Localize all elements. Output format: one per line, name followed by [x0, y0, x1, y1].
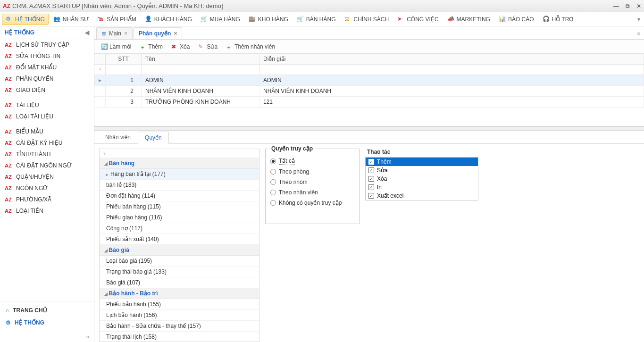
delete-button[interactable]: ✖Xóa — [168, 42, 192, 51]
sidebar-collapse-icon[interactable]: ◀ — [85, 29, 89, 36]
table-row[interactable]: ▸1ADMINADMIN — [94, 75, 644, 86]
app-logo: AZ — [3, 3, 10, 9]
access-legend: Quyền truy cập — [269, 145, 315, 152]
permission-tree: ♀ Bán hàng▸Hàng bán trả lại (177)bán lẻ … — [99, 149, 259, 342]
col-stt[interactable]: STT — [106, 54, 142, 65]
sidebar-item[interactable]: AZGIAO DIỆN — [0, 84, 94, 96]
access-option[interactable]: Tất cả — [270, 156, 354, 167]
sidebar-expand-icon[interactable]: » — [0, 332, 94, 342]
radio-icon — [270, 169, 276, 175]
tree-item[interactable]: Trạng thái lịch (158) — [100, 332, 259, 342]
tree-item[interactable]: ▸Hàng bán trả lại (177) — [100, 169, 259, 180]
radio-icon — [270, 200, 276, 206]
sidebar-item-label: BIỂU MẪU — [16, 128, 43, 135]
tree-group[interactable]: Bảo hành - Bảo trì — [100, 288, 259, 299]
sidebar-home[interactable]: ⌂TRANG CHỦ — [0, 304, 94, 317]
maximize-button[interactable]: ⧉ — [626, 3, 630, 9]
tree-item[interactable]: Phiếu sản xuất (140) — [100, 234, 259, 245]
refresh-button[interactable]: 🔄Làm mới — [98, 42, 134, 51]
cell-dien-giai: ADMIN — [259, 75, 644, 86]
menu-he-thong[interactable]: ⚙HỆ THỐNG — [2, 14, 49, 25]
add-staff-button[interactable]: ＋Thêm nhân viên — [223, 42, 278, 51]
az-icon: AZ — [5, 129, 12, 134]
access-option[interactable]: Không có quyền truy cập — [270, 198, 354, 208]
sidebar-item[interactable]: AZĐỔI MẬT KHẨU — [0, 62, 94, 73]
edit-button[interactable]: ✎Sửa — [195, 42, 220, 51]
sidebar-item[interactable]: AZTÀI LIỆU — [0, 100, 94, 111]
menu-bao-cao[interactable]: 📊BÁO CÁO — [495, 14, 538, 25]
az-icon: AZ — [5, 65, 12, 70]
sidebar-item[interactable]: AZBIỂU MẪU — [0, 126, 94, 137]
filter-dien-giai[interactable] — [259, 65, 644, 75]
tree-filter-icon[interactable]: ♀ — [102, 150, 107, 157]
menu-cong-viec[interactable]: ➤CÔNG VIỆC — [393, 14, 442, 25]
tab-main[interactable]: ≣Main× — [96, 27, 133, 39]
menu-san-pham[interactable]: 🛍SẢN PHẨM — [93, 14, 140, 25]
action-item[interactable]: ✓Xóa — [366, 175, 478, 183]
access-option[interactable]: Theo phòng — [270, 167, 354, 177]
tree-item[interactable]: Đơn đặt hàng (114) — [100, 191, 259, 201]
sidebar-item[interactable]: AZNGÔN NGỮ — [0, 183, 94, 194]
tree-item[interactable]: Lịch bảo hành (156) — [100, 310, 259, 321]
tree-item[interactable]: Loại báo giá (195) — [100, 256, 259, 267]
sidebar-item[interactable]: AZLỊCH SỬ TRUY CẬP — [0, 39, 94, 50]
detail-tabs: Nhân viên Quyền — [94, 131, 644, 144]
menu-khach-hang[interactable]: 👤KHÁCH HÀNG — [141, 14, 196, 25]
table-row[interactable]: 3TRƯỞNG PHÒNG KINH DOANH121 — [94, 97, 644, 108]
sidebar-title: HỆ THỐNG ◀ — [0, 26, 94, 39]
sidebar-item[interactable]: AZSỬA THÔNG TIN — [0, 50, 94, 62]
filter-ten[interactable] — [142, 65, 259, 75]
sidebar-item[interactable]: AZTỈNH/THÀNH — [0, 149, 94, 160]
tab-main-close-icon[interactable]: × — [124, 30, 127, 37]
sidebar-item[interactable]: AZCÀI ĐẶT KÝ HIỆU — [0, 137, 94, 149]
menu-ban-hang[interactable]: 🛒BÁN HÀNG — [293, 14, 340, 25]
sidebar-item[interactable]: AZLOẠI TÀI LIỆU — [0, 111, 94, 122]
tree-group[interactable]: Bán hàng — [100, 158, 259, 169]
menu-mua-hang[interactable]: 🛒MUA HÀNG — [197, 14, 244, 25]
tab-phan-quyen[interactable]: Phân quyền× — [134, 27, 182, 39]
col-dien-giai[interactable]: Diễn giải — [259, 54, 644, 65]
tree-item[interactable]: Phiếu giao hàng (116) — [100, 212, 259, 223]
sidebar-item[interactable]: AZPHƯỜNG/XÃ — [0, 194, 94, 205]
sidebar-item[interactable]: AZCÀI ĐẶT NGÔN NGỮ — [0, 160, 94, 171]
radio-icon — [270, 179, 276, 185]
access-option[interactable]: Theo nhóm — [270, 177, 354, 187]
tab-perm-close-icon[interactable]: × — [174, 30, 177, 37]
subtab-nhan-vien[interactable]: Nhân viên — [98, 131, 138, 143]
tree-item[interactable]: Phiếu bảo hành (155) — [100, 299, 259, 310]
minimize-button[interactable]: — — [613, 3, 619, 9]
access-option[interactable]: Theo nhân viên — [270, 187, 354, 198]
close-all-tabs-icon[interactable]: × — [633, 29, 644, 39]
menu-ho-tro[interactable]: 🎧HỖ TRỢ — [539, 14, 578, 25]
sidebar-item[interactable]: AZLOẠI TIỀN — [0, 205, 94, 217]
tree-group[interactable]: Báo giá — [100, 245, 259, 256]
sidebar-system[interactable]: ⚙HỆ THỐNG — [0, 317, 94, 329]
filter-stt[interactable] — [106, 65, 142, 75]
menu-nhan-su[interactable]: 👥NHÂN SỰ — [50, 14, 92, 25]
tree-item[interactable]: Trạng thái báo giá (133) — [100, 267, 259, 277]
action-item[interactable]: ✓Xuất excel — [366, 192, 478, 200]
splitter[interactable]: · · · · · · · · — [94, 127, 644, 131]
menu-marketing[interactable]: 📣MARKETING — [443, 14, 494, 25]
action-item[interactable]: ✓Thêm — [366, 158, 478, 166]
sidebar-item[interactable]: AZPHÂN QUYỀN — [0, 73, 94, 84]
checkbox-icon: ✓ — [368, 184, 374, 190]
table-row[interactable]: 2NHÂN VIÊN KINH DOANHNHÂN VIÊN KINH DOAN… — [94, 86, 644, 97]
subtab-quyen[interactable]: Quyền — [138, 132, 169, 144]
az-icon: AZ — [5, 174, 12, 180]
sidebar-item[interactable]: AZQUẬN/HUYỆN — [0, 171, 94, 183]
ribbon-overflow[interactable]: ▾ — [637, 16, 642, 23]
col-ten[interactable]: Tên — [142, 54, 259, 65]
menu-chinh-sach[interactable]: ⚖CHÍNH SÁCH — [341, 14, 393, 25]
tree-item[interactable]: Báo giá (107) — [100, 277, 259, 288]
add-button[interactable]: ＋Thêm — [137, 42, 166, 51]
action-item[interactable]: ✓Sửa — [366, 166, 478, 175]
tree-item[interactable]: bán lẻ (183) — [100, 180, 259, 191]
close-button[interactable]: ✕ — [636, 3, 641, 9]
menu-kho-hang[interactable]: 🏬KHO HÀNG — [245, 14, 292, 25]
tree-item[interactable]: Bảo hành - Sửa chữa - thay thế (157) — [100, 321, 259, 332]
tree-item[interactable]: Phiếu bán hàng (115) — [100, 201, 259, 212]
tree-item[interactable]: Công nợ (117) — [100, 223, 259, 234]
access-fieldset: Quyền truy cập Tất cảTheo phòngTheo nhóm… — [265, 149, 360, 224]
action-item[interactable]: ✓In — [366, 183, 478, 192]
